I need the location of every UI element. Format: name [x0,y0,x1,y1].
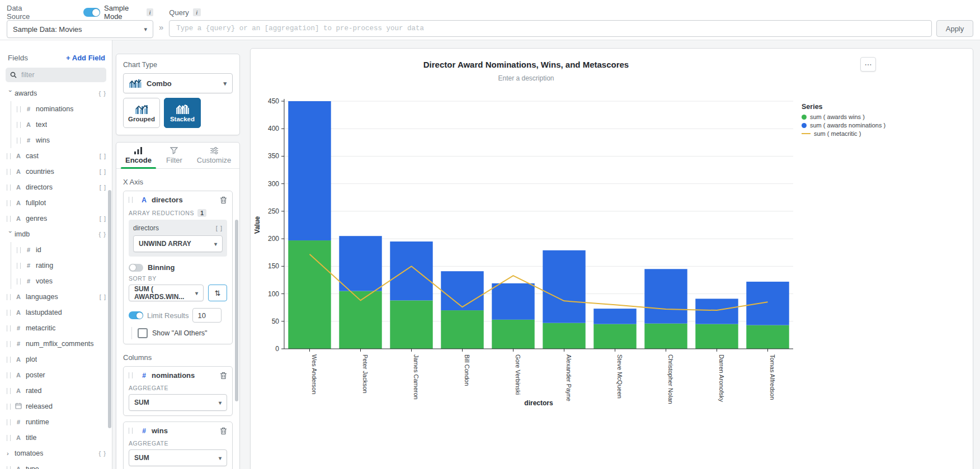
drag-handle-icon[interactable] [7,357,11,363]
aggregate-select[interactable]: SUM▾ [129,394,227,411]
chart-title[interactable]: Director Award Nominations, Wins, and Me… [251,60,802,69]
field-row-cast[interactable]: Acast[ ] [0,148,112,164]
field-filter-input[interactable] [20,70,89,79]
limit-results-toggle[interactable] [129,311,143,319]
bar-segment-nominations[interactable] [593,309,636,324]
sample-mode-info-badge[interactable]: i [147,8,153,16]
bar-segment-wins[interactable] [390,300,432,349]
field-row-rated[interactable]: Arated [0,383,112,399]
bar-segment-wins[interactable] [492,320,534,349]
drag-handle-icon[interactable] [7,325,11,331]
field-row-countries[interactable]: Acountries[ ] [0,164,112,179]
field-row-lastupdated[interactable]: Alastupdated [0,305,112,320]
tab-encode[interactable]: Encode [125,147,152,168]
drag-handle-icon[interactable] [7,216,11,222]
bar-segment-wins[interactable] [441,310,483,349]
drag-handle-icon[interactable] [7,200,11,206]
field-row-rating[interactable]: #rating [11,258,112,273]
drag-handle-icon[interactable] [7,372,11,378]
trash-icon[interactable] [220,196,227,204]
field-row-directors[interactable]: Adirectors[ ] [0,179,112,195]
bar-segment-wins[interactable] [593,324,636,349]
chevron-down-icon[interactable]: › [7,90,14,98]
bar-segment-wins[interactable] [746,325,789,349]
grouped-mode-button[interactable]: Grouped [123,98,160,128]
trash-icon[interactable] [220,427,227,435]
field-row-text[interactable]: Atext [11,117,112,132]
drag-handle-icon[interactable] [17,138,21,144]
field-row-wins[interactable]: #wins [11,132,112,148]
drag-handle-icon[interactable] [129,372,133,378]
chevron-down-icon[interactable]: › [7,231,14,239]
field-row-type[interactable]: Atype [0,461,112,469]
query-input[interactable] [169,20,932,37]
chevron-right-icon[interactable]: › [7,450,15,457]
field-row-num_mflix_comments[interactable]: #num_mflix_comments [0,336,112,352]
field-row-released[interactable]: released [0,399,112,414]
sort-by-select[interactable]: SUM ( AWARDS.WIN... ▾ [129,285,204,301]
add-field-button[interactable]: + Add Field [66,54,105,62]
field-row-tomatoes[interactable]: ›tomatoes{ } [0,446,112,461]
drag-handle-icon[interactable] [129,428,133,434]
bar-segment-nominations[interactable] [543,250,585,323]
encode-scrollbar[interactable] [235,220,238,401]
limit-results-input[interactable] [192,308,222,323]
field-row-metacritic[interactable]: #metacritic [0,320,112,336]
field-row-plot[interactable]: Aplot [0,352,112,367]
drag-handle-icon[interactable] [7,341,11,347]
show-all-others-checkbox[interactable] [138,328,148,338]
bar-segment-nominations[interactable] [644,269,687,323]
field-row-genres[interactable]: Agenres[ ] [0,211,112,226]
bar-segment-nominations[interactable] [746,282,789,325]
drag-handle-icon[interactable] [7,466,11,469]
field-row-id[interactable]: #id [11,242,112,258]
drag-handle-icon[interactable] [17,278,21,285]
bar-segment-nominations[interactable] [492,283,534,320]
drag-handle-icon[interactable] [7,419,11,425]
bar-segment-wins[interactable] [695,324,738,349]
drag-handle-icon[interactable] [7,310,11,316]
bar-segment-nominations[interactable] [288,101,331,240]
bar-segment-wins[interactable] [288,240,331,349]
field-row-awards[interactable]: ›awards{ } [0,86,112,101]
aggregate-select[interactable]: SUM▾ [129,449,227,466]
query-info-badge[interactable]: i [193,8,201,16]
field-row-nominations[interactable]: #nominations [11,101,112,117]
drag-handle-icon[interactable] [129,197,133,203]
drag-handle-icon[interactable] [7,294,11,300]
data-source-select[interactable]: Sample Data: Movies ▾ [7,20,153,38]
field-row-fullplot[interactable]: Afullplot [0,195,112,211]
drag-handle-icon[interactable] [7,435,11,441]
drag-handle-icon[interactable] [7,169,11,175]
bar-segment-nominations[interactable] [390,241,432,300]
drag-handle-icon[interactable] [17,263,21,269]
bar-segment-wins[interactable] [644,324,687,349]
field-filter-box[interactable] [6,68,106,82]
drag-handle-icon[interactable] [17,106,21,112]
bar-segment-nominations[interactable] [441,271,483,310]
chart-type-select[interactable]: Combo ▾ [123,73,233,93]
field-row-runtime[interactable]: #runtime [0,414,112,430]
binning-toggle[interactable] [129,264,143,272]
bar-segment-nominations[interactable] [695,299,738,324]
field-row-votes[interactable]: #votes [11,273,112,289]
drag-handle-icon[interactable] [7,388,11,394]
sample-mode-toggle[interactable] [83,8,100,17]
sort-direction-button[interactable]: ⇅ [208,285,227,301]
tab-filter[interactable]: Filter [166,147,182,168]
drag-handle-icon[interactable] [7,184,11,191]
bar-segment-wins[interactable] [543,323,585,349]
drag-handle-icon[interactable] [7,153,11,159]
trash-icon[interactable] [220,372,227,380]
field-row-poster[interactable]: Aposter [0,367,112,383]
chart-menu-button[interactable]: ⋯ [860,57,876,72]
field-row-imdb[interactable]: ›imdb{ } [0,226,112,242]
tab-customize[interactable]: Customize [197,147,231,168]
chart-description-placeholder[interactable]: Enter a description [251,74,802,82]
drag-handle-icon[interactable] [17,247,21,253]
drag-handle-icon[interactable] [7,404,11,410]
bar-segment-nominations[interactable] [339,236,381,291]
unwind-array-select[interactable]: UNWIND ARRAY ▾ [133,235,223,252]
field-row-languages[interactable]: Alanguages[ ] [0,289,112,305]
stacked-mode-button[interactable]: Stacked [164,98,201,128]
